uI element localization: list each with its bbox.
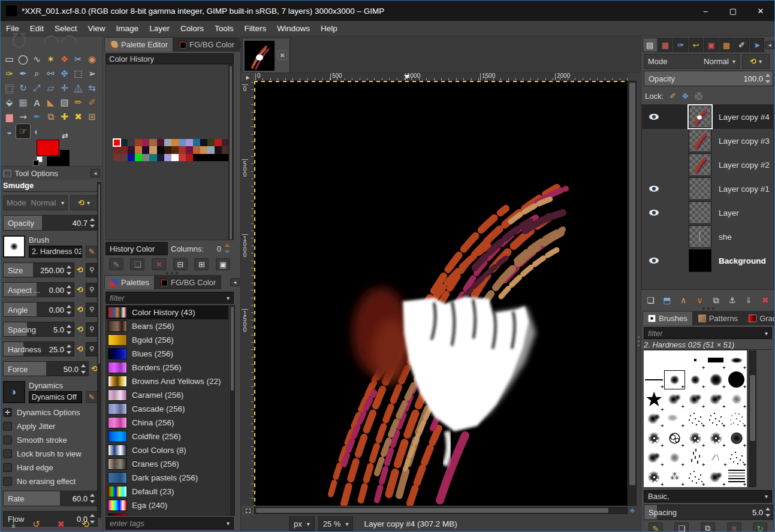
- spinner-arrows[interactable]: [765, 506, 771, 518]
- palette-list-item[interactable]: China (256): [106, 416, 228, 430]
- tool-fuzzy-select-icon[interactable]: ✶: [44, 52, 58, 66]
- link-size-button[interactable]: ⚲: [86, 342, 98, 356]
- brush-cell-chalk[interactable]: +: [705, 467, 726, 487]
- close-button[interactable]: ✕: [747, 1, 774, 21]
- canvas-viewport[interactable]: [254, 81, 628, 506]
- tool-airbrush-pen-icon[interactable]: ➢: [85, 66, 99, 81]
- new-layer-button[interactable]: ❏: [643, 294, 658, 307]
- dock-tab-paths[interactable]: ✑: [673, 38, 688, 52]
- color-swatch[interactable]: [186, 154, 193, 161]
- layer-thumbnail[interactable]: [689, 201, 711, 224]
- tool-align-icon[interactable]: ⬚: [71, 66, 85, 81]
- brush-cell-soft-sel[interactable]: +: [664, 370, 684, 390]
- tab-brushes[interactable]: Brushes: [643, 311, 693, 325]
- layer-thumbnail[interactable]: [689, 153, 711, 176]
- dock-resize-grip[interactable]: [696, 307, 720, 310]
- dock-tab-layers[interactable]: ▤: [643, 38, 658, 52]
- tool-mypaint-brush-icon[interactable]: ⊞: [85, 110, 99, 124]
- zoom-all-palette-button[interactable]: ▣: [216, 258, 230, 270]
- horizontal-ruler[interactable]: 0500100015002000: [254, 73, 628, 81]
- tab-gradients[interactable]: Gradients: [743, 311, 775, 325]
- collapse-palettes-icon[interactable]: ◂: [230, 278, 240, 286]
- lock-position-icon[interactable]: ✥: [682, 92, 689, 101]
- palette-filter-input[interactable]: filter ▾: [105, 292, 234, 304]
- tool-handle-transform-icon[interactable]: ✛: [58, 81, 71, 95]
- reset-icon[interactable]: ⟲: [77, 305, 83, 314]
- zoom-out-palette-button[interactable]: ⊟: [173, 258, 188, 270]
- tool-options-tab[interactable]: Tool Options: [14, 169, 58, 178]
- tool-scale-icon[interactable]: ⤢: [30, 81, 44, 95]
- brush-cell-ellipse[interactable]: +: [726, 350, 747, 370]
- brush-cell-soft3[interactable]: +: [705, 370, 726, 390]
- tool-options-scrollbar[interactable]: [97, 182, 101, 518]
- layer-row[interactable]: Background: [642, 249, 773, 273]
- edit-brush-button[interactable]: ✎: [649, 522, 663, 532]
- angle-option[interactable]: Angle0.00: [3, 302, 74, 317]
- restore-tool-options-button[interactable]: ↺: [32, 519, 40, 530]
- brush-cell-circle[interactable]: +: [726, 370, 747, 390]
- mode-reset-button[interactable]: ⟲▾: [70, 195, 98, 210]
- tool-select-by-color-icon[interactable]: ❖: [58, 52, 71, 66]
- brush-spacing-slider[interactable]: Spacing 5.0: [644, 504, 773, 520]
- visibility-cell[interactable]: [642, 210, 666, 216]
- palette-list-item[interactable]: Coldfire (256): [106, 430, 228, 443]
- color-swatch[interactable]: [128, 146, 135, 153]
- visibility-cell[interactable]: [642, 114, 666, 120]
- link-size-button[interactable]: ⚲: [86, 263, 98, 277]
- duplicate-layer-button[interactable]: ⧉: [708, 294, 723, 307]
- checkbox-no-erasing-effect[interactable]: No erasing effect: [3, 477, 98, 486]
- tab-palettes[interactable]: Palettes: [104, 275, 155, 289]
- layer-row[interactable]: Layer copy #2: [642, 153, 773, 177]
- eye-icon[interactable]: [649, 258, 659, 264]
- link-size-button[interactable]: ⚲: [86, 283, 98, 297]
- tool-foreground-select-icon[interactable]: ◉: [85, 52, 99, 66]
- merge-layer-button[interactable]: ⇓: [741, 294, 756, 307]
- palette-name-input[interactable]: History Color: [105, 242, 168, 255]
- paint-mode-dropdown[interactable]: Mode Normal ▾: [3, 195, 68, 210]
- color-swatch[interactable]: [207, 146, 215, 153]
- tool-color-picker-icon[interactable]: ✑: [2, 66, 16, 81]
- spinner-arrows[interactable]: [66, 304, 73, 316]
- dynamics-options-expander[interactable]: ✛ Dynamics Options: [3, 408, 98, 417]
- brush-cell-chalk-lt[interactable]: +: [664, 448, 684, 468]
- color-swatch[interactable]: [215, 146, 222, 153]
- palette-list-item[interactable]: Default (23): [106, 485, 228, 498]
- color-swatch[interactable]: [171, 139, 179, 146]
- color-swatch[interactable]: [157, 146, 164, 153]
- eye-icon[interactable]: [649, 114, 659, 120]
- brush-cell-blank[interactable]: [664, 350, 684, 370]
- scrollbar-thumb[interactable]: [256, 508, 608, 513]
- spinner-arrows[interactable]: [66, 264, 73, 276]
- delete-layer-button[interactable]: ✖: [758, 294, 773, 307]
- quick-mask-toggle[interactable]: [242, 507, 254, 514]
- brush-cell-dashes[interactable]: ∕ ∕ ∖+: [705, 448, 726, 468]
- tool-warp-transform-icon[interactable]: ▦: [16, 95, 30, 110]
- color-swatch[interactable]: [157, 139, 164, 146]
- checkbox-hard-edge[interactable]: Hard edge: [3, 463, 98, 472]
- tool-ink-icon[interactable]: ✒: [30, 110, 44, 124]
- layer-thumbnail[interactable]: [689, 177, 711, 200]
- image-tab-thumbnail[interactable]: [245, 41, 275, 71]
- refresh-brushes-button[interactable]: ↻: [753, 522, 767, 532]
- dock-tab-undo-history[interactable]: ↩: [689, 38, 704, 52]
- color-swatch[interactable]: [157, 154, 164, 161]
- visibility-cell[interactable]: [642, 186, 666, 192]
- color-swatch[interactable]: [164, 146, 171, 153]
- tool-measure-icon[interactable]: ⚯: [44, 66, 58, 81]
- color-swatch[interactable]: [135, 139, 142, 146]
- columns-spinner[interactable]: [224, 243, 230, 254]
- aspect-option[interactable]: Aspect ...0.00: [3, 282, 74, 297]
- lock-alpha-icon[interactable]: [695, 92, 702, 100]
- layer-row[interactable]: she: [642, 225, 773, 249]
- tool-shear-icon[interactable]: ▱: [44, 81, 58, 95]
- color-swatch[interactable]: [200, 139, 207, 146]
- layer-row[interactable]: Layer copy #1: [642, 177, 773, 201]
- scrollbar-thumb[interactable]: [629, 83, 635, 485]
- tool-text-icon[interactable]: A: [30, 95, 44, 110]
- hardness-option[interactable]: Hardness25.0: [3, 341, 74, 356]
- brush-cell-chalk[interactable]: +: [705, 389, 726, 409]
- tool-ellipse-select-icon[interactable]: ◯: [16, 52, 30, 66]
- reset-icon[interactable]: ⟲: [77, 344, 83, 353]
- force-option[interactable]: Force50.0: [3, 361, 89, 376]
- brush-cell-texc[interactable]: +: [726, 428, 747, 448]
